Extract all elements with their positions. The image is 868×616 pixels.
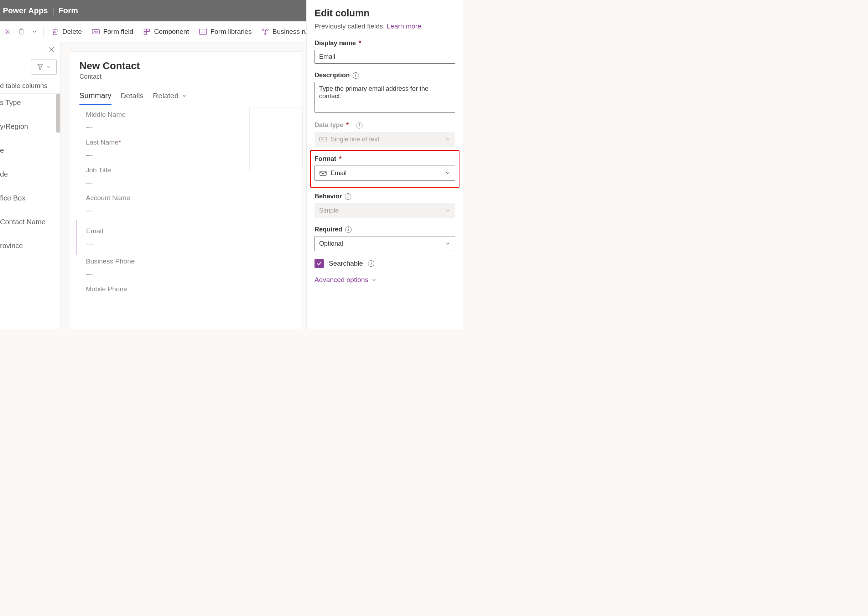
panel-title: Edit column	[314, 8, 455, 19]
format-label: Format *	[314, 155, 455, 163]
field-value: ---	[86, 207, 285, 215]
paste-dropdown[interactable]	[29, 25, 40, 39]
field-label: Account Name	[86, 194, 285, 202]
behavior-select: Simple	[314, 203, 455, 218]
delete-button[interactable]: Delete	[47, 25, 86, 39]
data-type-value: Single line of text	[330, 136, 379, 143]
abc-icon: Abc	[319, 137, 327, 142]
chevron-down-icon	[445, 170, 451, 176]
field-value: ---	[86, 270, 285, 278]
list-item[interactable]: rovince	[0, 237, 60, 261]
filter-button[interactable]	[31, 59, 57, 75]
svg-point-14	[263, 29, 264, 30]
list-item[interactable]: de	[0, 165, 60, 189]
filter-icon	[37, 64, 44, 70]
info-icon[interactable]: i	[345, 226, 352, 233]
required-control: Required i Optional	[314, 226, 455, 251]
field-value: ---	[86, 240, 223, 248]
chevron-down-icon	[371, 277, 377, 283]
svg-text:Abc: Abc	[94, 30, 98, 33]
list-item[interactable]: s Type	[0, 94, 60, 118]
svg-point-1	[6, 32, 7, 34]
list-item[interactable]: e	[0, 141, 60, 165]
form-libraries-label: Form libraries	[211, 28, 252, 36]
brand-label: Power Apps	[3, 6, 48, 15]
header-separator: |	[52, 6, 54, 15]
chevron-down-icon	[32, 29, 37, 34]
field-email[interactable]: Email ---	[77, 220, 223, 255]
form-field-button[interactable]: Abc Form field	[88, 25, 137, 39]
flow-icon	[262, 28, 269, 35]
format-value: Email	[330, 170, 347, 177]
svg-point-0	[6, 30, 7, 31]
tab-related[interactable]: Related	[153, 88, 187, 105]
scissors-icon	[5, 28, 11, 35]
data-type-select: Abc Single line of text	[314, 132, 455, 147]
close-icon[interactable]	[48, 46, 55, 53]
behavior-control: Behavior i Simple	[314, 193, 455, 218]
behavior-label: Behavior i	[314, 193, 455, 200]
form-field-label: Form field	[103, 28, 133, 36]
tab-related-label: Related	[153, 91, 178, 100]
searchable-label: Searchable	[329, 259, 363, 267]
svg-rect-10	[147, 29, 149, 31]
left-panel: d table columns s Type y/Region e de fic…	[0, 42, 61, 328]
description-label: Description i	[314, 72, 455, 79]
field-label: Email	[86, 227, 223, 235]
preview-card	[249, 107, 303, 170]
tab-details[interactable]: Details	[121, 88, 143, 105]
delete-label: Delete	[62, 28, 82, 36]
scrollbar[interactable]	[56, 94, 60, 133]
data-type-label: Data type * i	[314, 121, 455, 129]
chevron-down-icon	[445, 207, 451, 213]
component-icon	[143, 28, 150, 35]
paste-button[interactable]	[15, 25, 28, 39]
clipboard-icon	[18, 28, 25, 35]
check-icon	[316, 261, 322, 266]
component-button[interactable]: Component	[139, 25, 193, 39]
svg-rect-11	[144, 32, 147, 34]
list-item[interactable]: Contact Name	[0, 213, 60, 237]
learn-more-link[interactable]: Learn more	[387, 22, 421, 30]
svg-point-16	[265, 33, 266, 34]
field-mobile-phone[interactable]: Mobile Phone	[86, 283, 285, 298]
svg-marker-19	[38, 65, 43, 70]
columns-list: s Type y/Region e de fice Box Contact Na…	[0, 93, 60, 327]
svg-text:Abc: Abc	[321, 138, 325, 141]
svg-line-3	[9, 32, 10, 33]
required-label: Required i	[314, 226, 455, 233]
field-value: ---	[86, 179, 285, 187]
behavior-value: Simple	[319, 207, 339, 214]
advanced-options-toggle[interactable]: Advanced options	[314, 276, 455, 284]
field-business-phone[interactable]: Business Phone ---	[86, 255, 285, 283]
format-select[interactable]: Email	[314, 166, 455, 181]
data-type-control: Data type * i Abc Single line of text	[314, 121, 455, 147]
info-icon[interactable]: i	[352, 72, 359, 79]
list-item[interactable]: y/Region	[0, 118, 60, 141]
cut-button[interactable]	[2, 25, 14, 39]
chevron-down-icon	[46, 64, 50, 69]
info-icon[interactable]: i	[345, 193, 351, 200]
required-select[interactable]: Optional	[314, 236, 455, 251]
display-name-input[interactable]	[314, 50, 455, 64]
form-tabs: Summary Details Related	[70, 88, 301, 105]
info-icon[interactable]: i	[368, 260, 374, 267]
searchable-checkbox[interactable]	[314, 259, 324, 268]
searchable-row: Searchable i	[314, 259, 455, 268]
field-account-name[interactable]: Account Name ---	[86, 192, 285, 220]
chevron-down-icon	[445, 137, 451, 142]
tab-summary[interactable]: Summary	[79, 88, 112, 105]
svg-rect-9	[144, 29, 147, 31]
form-entity: Contact	[70, 73, 301, 88]
trash-icon	[52, 28, 59, 35]
svg-rect-22	[320, 171, 326, 176]
format-control: Format * Email	[314, 155, 455, 181]
description-input[interactable]	[314, 82, 455, 113]
form-title: New Contact	[70, 52, 301, 73]
description-control: Description i	[314, 72, 455, 113]
form-libraries-button[interactable]: JS Form libraries	[195, 25, 256, 39]
section-label: Form	[58, 6, 78, 15]
info-icon[interactable]: i	[356, 122, 363, 129]
list-item[interactable]: fice Box	[0, 189, 60, 213]
field-label: Business Phone	[86, 258, 285, 265]
